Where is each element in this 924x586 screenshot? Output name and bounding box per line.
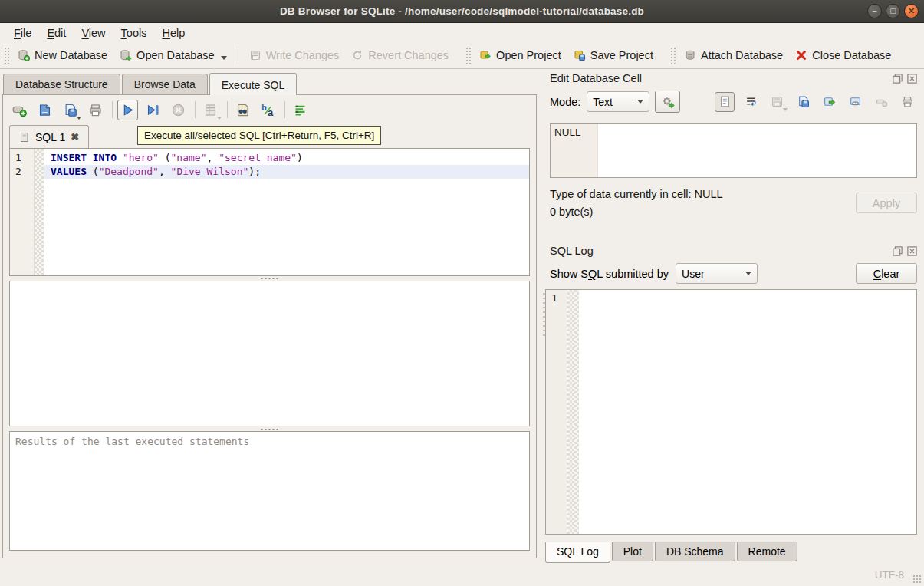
find-replace-button[interactable]: ba: [258, 100, 278, 120]
attach-database-button[interactable]: Attach Database: [678, 46, 789, 64]
mode-select[interactable]: Text: [587, 91, 649, 112]
chevron-down-icon: [745, 272, 751, 275]
open-database-dropdown-icon[interactable]: [221, 56, 227, 60]
save-as-button[interactable]: [793, 92, 813, 112]
mode-settings-icon: [661, 95, 675, 109]
maximize-icon[interactable]: ▢: [886, 4, 900, 18]
minimize-icon[interactable]: −: [867, 4, 882, 18]
sql-code-editor[interactable]: 1 2 INSERT INTO "hero" ("name", "secret_…: [9, 148, 530, 276]
execute-sql-icon: [120, 103, 135, 117]
dock-float-icon[interactable]: [892, 73, 903, 84]
find-button[interactable]: [232, 100, 253, 120]
find-replace-icon: ba: [261, 103, 275, 117]
menu-edit[interactable]: Edit: [39, 25, 74, 41]
new-database-icon: [18, 49, 30, 61]
open-database-icon: [120, 49, 132, 61]
open-tab-button[interactable]: [9, 100, 30, 120]
dock-tab-plot[interactable]: Plot: [612, 542, 653, 561]
status-bar: UTF-8: [0, 565, 924, 586]
open-project-button[interactable]: Open Project: [473, 46, 567, 64]
show-sql-label: Show SQL submitted by: [550, 268, 669, 280]
edit-cell-title: Edit Database Cell: [550, 72, 889, 84]
open-database-button[interactable]: Open Database: [113, 46, 233, 64]
mode-label: Mode:: [550, 96, 580, 108]
cell-value-editor[interactable]: NULL: [550, 123, 917, 178]
code-area[interactable]: INSERT INTO "hero" ("name", "secret_name…: [44, 149, 529, 275]
vertical-splitter[interactable]: [542, 291, 546, 337]
resize-grip[interactable]: [912, 574, 922, 584]
toolbar-drag-handle[interactable]: [4, 47, 9, 64]
dock-tab-remote[interactable]: Remote: [737, 542, 797, 561]
log-line-number: 1: [551, 292, 557, 304]
toolbar-separator: [238, 46, 238, 64]
dock-column: Edit Database Cell Mode: Text: [542, 69, 924, 565]
dock-tab-db-schema[interactable]: DB Schema: [655, 542, 735, 561]
toolbar-drag-handle[interactable]: [465, 47, 471, 64]
tab-database-structure[interactable]: Database Structure: [3, 74, 120, 94]
mode-settings-button[interactable]: [655, 91, 680, 113]
line-number: 2: [15, 165, 34, 179]
find-icon: [235, 103, 250, 117]
log-fold-margin: [567, 290, 579, 534]
encoding-status[interactable]: UTF-8: [875, 569, 904, 581]
cell-edit-area[interactable]: [598, 124, 916, 177]
save-project-button[interactable]: Save Project: [567, 46, 659, 64]
sql-tab[interactable]: SQL 1 ✖: [9, 125, 89, 148]
menu-view[interactable]: View: [74, 25, 113, 41]
execute-sql-button[interactable]: [117, 100, 138, 120]
menu-tools[interactable]: Tools: [113, 25, 155, 41]
chevron-down-icon: [637, 100, 643, 104]
export-data-button[interactable]: [819, 92, 839, 112]
menu-file[interactable]: File: [6, 25, 39, 41]
execute-sql-pane: Database Structure Browse Data Execute S…: [0, 69, 542, 565]
sql-log-title: SQL Log: [550, 245, 889, 257]
revert-changes-icon: [351, 49, 363, 61]
execute-current-line-button[interactable]: [143, 100, 163, 120]
print-button[interactable]: [85, 100, 106, 120]
tab-browse-data[interactable]: Browse Data: [122, 74, 208, 94]
import-data-icon: [771, 95, 784, 108]
toolbar-drag-handle[interactable]: [670, 47, 676, 64]
dock-float-icon[interactable]: [892, 245, 903, 257]
clear-button[interactable]: Clear: [856, 263, 917, 284]
revert-changes-label: Revert Changes: [368, 49, 449, 61]
title-bar[interactable]: DB Browser for SQLite - /home/user/code/…: [0, 0, 924, 23]
dock-tab-sql-log[interactable]: SQL Log: [545, 542, 610, 563]
word-wrap-button[interactable]: [741, 92, 761, 112]
print-icon: [901, 95, 914, 108]
open-external-button[interactable]: [845, 92, 865, 112]
set-null-icon: [875, 95, 888, 108]
cell-value: NULL: [554, 127, 581, 138]
cell-info: Type of data currently in cell: NULL 0 b…: [550, 188, 917, 231]
edit-cell-toolbar: Mode: Text: [542, 86, 924, 116]
import-data-button: [767, 92, 787, 112]
results-grid[interactable]: [9, 281, 530, 426]
format-sql-button[interactable]: [290, 100, 311, 120]
sql-tab-bar: SQL 1 ✖ Execute all/selected SQL [Ctrl+R…: [9, 124, 530, 148]
save-as-icon: [797, 95, 810, 108]
write-changes-button: Write Changes: [243, 46, 346, 64]
dock-close-icon[interactable]: [906, 73, 918, 84]
save-sql-file-button[interactable]: [60, 100, 81, 120]
save-project-label: Save Project: [590, 49, 653, 61]
submitted-by-select[interactable]: User: [676, 263, 758, 284]
menu-help[interactable]: Help: [154, 25, 192, 41]
sql-log-view[interactable]: 1: [545, 289, 917, 535]
stop-icon: [171, 103, 186, 117]
save-results-dropdown-icon: [217, 117, 222, 120]
dock-close-icon[interactable]: [906, 245, 918, 257]
open-sql-file-button[interactable]: [35, 100, 55, 120]
text-mode-button[interactable]: [715, 92, 735, 112]
print-cell-button[interactable]: [897, 92, 917, 112]
sql-tab-close-icon[interactable]: ✖: [71, 131, 79, 143]
close-database-button[interactable]: Close Database: [789, 46, 897, 64]
log-content[interactable]: [579, 290, 916, 534]
close-icon[interactable]: ✕: [904, 4, 919, 18]
save-sql-dropdown-icon[interactable]: [77, 117, 81, 120]
execution-results[interactable]: Results of the last executed statements: [9, 431, 530, 551]
new-database-button[interactable]: New Database: [12, 46, 113, 64]
tab-execute-sql[interactable]: Execute SQL: [209, 73, 298, 95]
open-project-icon: [479, 49, 492, 61]
execute-sql-tooltip: Execute all/selected SQL [Ctrl+Return, F…: [137, 126, 381, 145]
write-changes-icon: [249, 49, 261, 61]
